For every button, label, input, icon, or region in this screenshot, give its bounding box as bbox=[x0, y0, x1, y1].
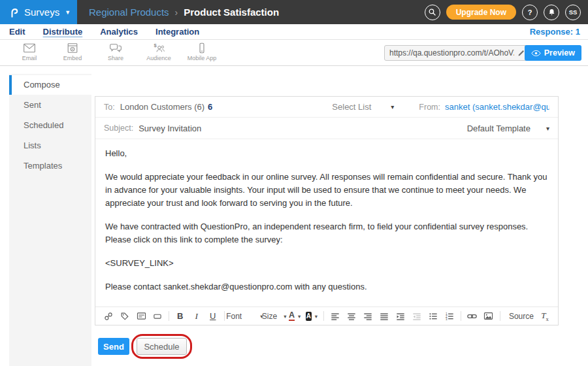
justify-button[interactable] bbox=[379, 310, 389, 323]
schedule-highlight-annotation: Schedule bbox=[131, 334, 192, 359]
survey-url-field[interactable]: https://qa.questionpro.com/t/AOhoVZfqml bbox=[384, 45, 531, 61]
send-button[interactable]: Send bbox=[98, 338, 129, 355]
template-caret-icon[interactable]: ▾ bbox=[546, 125, 549, 132]
sidebar-item-templates[interactable]: Templates bbox=[9, 156, 91, 176]
top-bar: Surveys ▼ Regional Products › Product Sa… bbox=[0, 0, 588, 24]
to-value: London Customers (6) bbox=[120, 102, 204, 112]
channel-embed[interactable]: Embed bbox=[51, 40, 94, 65]
compose-panel: To: London Customers (6) 6 Select List ▾… bbox=[95, 96, 559, 325]
channel-audience[interactable]: $ Audience bbox=[137, 40, 180, 65]
chevron-down-icon: ▾ bbox=[298, 313, 301, 320]
audience-icon: $ bbox=[152, 42, 165, 54]
channel-email-label: Email bbox=[8, 55, 51, 61]
response-count[interactable]: Response: 1 bbox=[530, 27, 588, 37]
channel-share[interactable]: Share bbox=[94, 40, 137, 65]
toolbar-divider bbox=[500, 311, 500, 321]
card-button[interactable] bbox=[136, 310, 146, 323]
body-paragraph: Please contact sanket.shekdar@questionpr… bbox=[105, 280, 548, 293]
search-icon bbox=[428, 8, 436, 16]
upgrade-now-button[interactable]: Upgrade Now bbox=[446, 5, 516, 20]
select-list-dropdown[interactable]: Select List bbox=[332, 102, 371, 112]
help-button[interactable]: ? bbox=[522, 5, 538, 20]
to-label: To: bbox=[104, 103, 115, 112]
sidebar-item-sent[interactable]: Sent bbox=[9, 95, 91, 115]
survey-url-text: https://qa.questionpro.com/t/AOhoVZfqml bbox=[389, 48, 514, 58]
schedule-button[interactable]: Schedule bbox=[137, 338, 187, 355]
from-label: From: bbox=[419, 103, 440, 112]
channel-share-label: Share bbox=[94, 55, 137, 61]
underline-button[interactable]: U bbox=[208, 310, 218, 323]
surveys-menu[interactable]: Surveys ▼ bbox=[0, 0, 77, 24]
toolbar-divider bbox=[224, 311, 225, 321]
survey-tab-nav: Edit Distribute Analytics Integration Re… bbox=[0, 24, 588, 40]
body-paragraph: We would appreciate your feedback in our… bbox=[105, 171, 548, 210]
size-dropdown[interactable]: Size▾ bbox=[265, 310, 284, 323]
avatar-initials: SS bbox=[569, 8, 578, 16]
sidebar-item-compose[interactable]: Compose bbox=[9, 75, 91, 95]
questionpro-logo-icon bbox=[8, 6, 20, 18]
tab-integration[interactable]: Integration bbox=[155, 27, 199, 37]
channel-audience-label: Audience bbox=[137, 55, 180, 61]
anchor-link-button[interactable] bbox=[103, 310, 114, 323]
search-button[interactable] bbox=[425, 5, 440, 20]
email-sidebar: Compose Sent Scheduled Lists Templates bbox=[9, 74, 91, 366]
embed-icon bbox=[67, 42, 78, 54]
tab-distribute[interactable]: Distribute bbox=[43, 27, 83, 37]
insert-image-button[interactable] bbox=[483, 310, 494, 323]
share-icon bbox=[109, 42, 122, 54]
chevron-down-icon: ▾ bbox=[284, 313, 286, 320]
tab-analytics[interactable]: Analytics bbox=[100, 27, 138, 37]
main-content: Compose Sent Scheduled Lists Templates T… bbox=[0, 66, 588, 366]
topbar-actions: Upgrade Now ? SS bbox=[425, 5, 588, 20]
preview-button[interactable]: Preview bbox=[525, 45, 581, 61]
align-center-button[interactable] bbox=[346, 310, 357, 323]
tab-edit[interactable]: Edit bbox=[9, 27, 25, 37]
align-left-button[interactable] bbox=[330, 310, 340, 323]
breadcrumb-separator: › bbox=[175, 7, 178, 18]
to-recipient-count: 6 bbox=[208, 102, 212, 112]
breadcrumb: Regional Products › Product Satisfaction bbox=[89, 7, 279, 18]
channel-email[interactable]: Email bbox=[8, 40, 51, 65]
from-value[interactable]: sanket (sanket.shekdar@ques... bbox=[445, 102, 549, 112]
italic-button[interactable]: I bbox=[191, 310, 202, 323]
mobile-app-icon bbox=[196, 42, 208, 54]
distribute-channel-bar: Email Embed Share $ Audience Mobile App … bbox=[0, 40, 588, 66]
select-list-caret-icon[interactable]: ▾ bbox=[391, 103, 394, 110]
user-avatar[interactable]: SS bbox=[565, 5, 581, 20]
chevron-down-icon: ▾ bbox=[315, 313, 318, 320]
button-widget-button[interactable] bbox=[152, 310, 163, 323]
breadcrumb-current: Product Satisfaction bbox=[184, 7, 279, 18]
toolbar-divider bbox=[461, 311, 461, 321]
tag-button[interactable] bbox=[120, 310, 130, 323]
channel-embed-label: Embed bbox=[51, 55, 94, 61]
subject-value[interactable]: Survey Invitation bbox=[139, 124, 201, 133]
breadcrumb-parent[interactable]: Regional Products bbox=[89, 7, 169, 18]
indent-button[interactable] bbox=[395, 310, 406, 323]
font-dropdown[interactable]: Font▾ bbox=[231, 310, 259, 323]
sidebar-item-scheduled[interactable]: Scheduled bbox=[9, 116, 91, 135]
body-paragraph: Hello, bbox=[105, 147, 548, 160]
source-button[interactable]: Source bbox=[506, 310, 534, 323]
template-dropdown[interactable]: Default Template bbox=[467, 124, 531, 133]
notifications-button[interactable] bbox=[544, 5, 559, 20]
help-icon: ? bbox=[528, 8, 532, 16]
insert-link-button[interactable] bbox=[467, 310, 478, 323]
background-color-button[interactable]: A▾ bbox=[306, 310, 318, 323]
sidebar-item-lists[interactable]: Lists bbox=[9, 136, 91, 156]
toolbar-divider bbox=[323, 311, 324, 321]
questionpro-app: Surveys ▼ Regional Products › Product Sa… bbox=[0, 0, 588, 366]
text-color-button[interactable]: A▾ bbox=[289, 310, 300, 323]
chevron-down-icon: ▼ bbox=[65, 9, 71, 16]
numbered-list-button[interactable]: 123 bbox=[444, 310, 455, 323]
remove-format-button[interactable]: Tx bbox=[540, 310, 550, 323]
outdent-button[interactable] bbox=[412, 310, 422, 323]
bullet-list-button[interactable] bbox=[428, 310, 438, 323]
bold-button[interactable]: B bbox=[175, 310, 186, 323]
bell-icon bbox=[547, 8, 556, 16]
email-body-editor[interactable]: Hello, We would appreciate your feedback… bbox=[95, 139, 558, 307]
body-paragraph: <SURVEY_LINK> bbox=[105, 257, 548, 270]
align-right-button[interactable] bbox=[363, 310, 373, 323]
subject-label: Subject: bbox=[104, 124, 133, 133]
subject-row: Subject: Survey Invitation Default Templ… bbox=[95, 118, 558, 139]
channel-mobile-app[interactable]: Mobile App bbox=[180, 40, 223, 65]
